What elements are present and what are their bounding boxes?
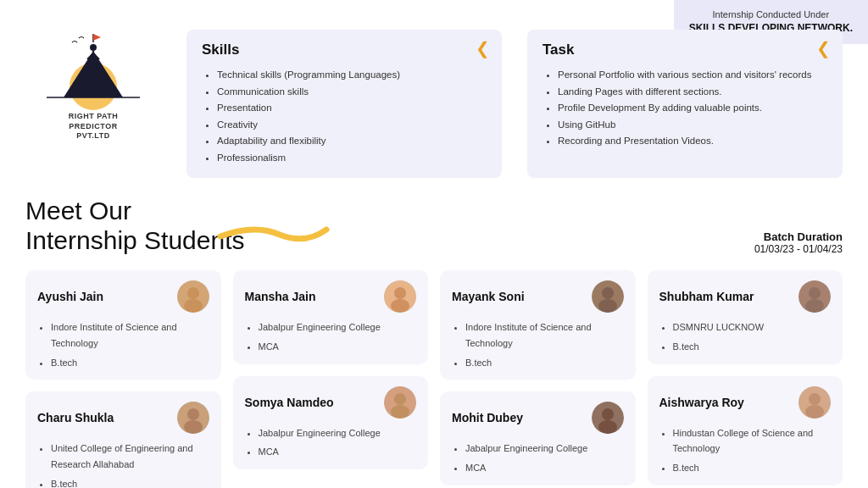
batch-info: Batch Duration 01/03/23 - 01/04/23 [754,230,843,255]
meet-title-line2: Internship Students [25,226,843,256]
svg-point-34 [805,405,824,419]
skills-title: Skills [202,42,487,58]
degree-item: B.tech [465,355,624,371]
student-card-mansha: Mansha Jain Jabalpur Engineering College… [233,270,429,363]
college-item: Indore Institute of Science and Technolo… [465,319,624,351]
student-name: Charu Shukla [37,411,114,424]
card-header: Shubham Kumar [659,280,832,313]
student-name: Mansha Jain [245,290,316,303]
student-column-2: Mansha Jain Jabalpur Engineering College… [233,270,429,488]
card-details: United College of Engineering and Resear… [37,441,209,488]
avatar [177,280,209,313]
svg-point-27 [602,408,614,420]
card-details: Jabalpur Engineering College MCA [245,425,417,460]
avatar [384,386,416,419]
logo-svg [38,25,148,110]
card-header: Mayank Soni [452,280,624,313]
avatar [592,280,624,313]
batch-label: Batch Duration [754,230,843,243]
avatar [384,280,416,313]
college-item: Indore Institute of Science and Technolo… [51,319,209,351]
student-name: Somya Namdeo [245,396,334,409]
avatar [177,402,209,434]
college-item: DSMNRU LUCKNOW [673,319,832,336]
college-item: United College of Engineering and Resear… [51,441,209,472]
student-name: Ayushi Jain [37,290,103,303]
svg-point-15 [187,408,199,420]
card-header: Ayushi Jain [37,280,209,313]
skills-task-area: Skills ❮ Technical skills (Programming L… [186,30,843,178]
skill-item: Presentation [217,100,487,117]
degree-item: MCA [259,339,417,355]
task-box: Task ❮ Personal Portfolio with various s… [527,30,843,178]
student-card-charu: Charu Shukla United College of Engineeri… [25,391,221,488]
student-column-3: Mayank Soni Indore Institute of Science … [440,270,636,488]
task-item: Profile Development By adding valuable p… [558,100,827,117]
svg-point-18 [394,287,406,299]
skill-item: Technical skills (Programming Languages) [217,67,487,84]
meet-section: Meet Our Internship Students Batch Durat… [25,197,843,255]
degree-item: B.tech [51,476,209,488]
student-column-1: Ayushi Jain Indore Institute of Science … [25,270,221,488]
student-card-somya: Somya Namdeo Jabalpur Engineering Colleg… [233,376,429,469]
college-item: Jabalpur Engineering College [259,425,417,441]
skill-item: Adaptability and flexibility [217,133,487,150]
college-item: Hindustan College of Science and Technol… [673,425,832,457]
skills-box: Skills ❮ Technical skills (Programming L… [186,30,502,178]
student-card-mayank: Mayank Soni Indore Institute of Science … [440,270,636,380]
card-details: Indore Institute of Science and Technolo… [37,319,209,370]
card-details: Indore Institute of Science and Technolo… [452,319,624,370]
svg-marker-9 [93,34,101,41]
student-name: Mayank Soni [452,290,525,303]
batch-dates: 01/03/23 - 01/04/23 [754,243,843,255]
page: Internship Conducted Under SKILLS DEVELO… [0,0,868,488]
student-column-4: Shubham Kumar DSMNRU LUCKNOW B.tech Aish… [648,270,843,488]
task-list: Personal Portfolio with various section … [542,67,827,150]
skills-list: Technical skills (Programming Languages)… [202,67,487,166]
svg-point-2 [90,44,97,51]
student-card-aishwarya: Aishwarya Roy Hindustan College of Scien… [648,376,843,485]
avatar [798,280,831,313]
degree-item: MCA [465,460,624,476]
skill-item: Professionalism [217,150,487,167]
card-details: Hindustan College of Science and Technol… [659,425,832,476]
task-item: Using GitHub [558,117,827,134]
svg-point-30 [809,287,821,299]
students-grid: Ayushi Jain Indore Institute of Science … [25,270,843,488]
student-card-ayushi: Ayushi Jain Indore Institute of Science … [25,270,221,380]
card-details: Jabalpur Engineering College MCA [245,319,417,354]
card-header: Mansha Jain [245,280,417,313]
meet-title: Meet Our Internship Students [25,197,843,255]
student-name: Shubham Kumar [659,290,754,303]
svg-point-21 [394,393,406,405]
card-header: Somya Namdeo [245,386,417,419]
task-item: Landing Pages with different sections. [558,84,827,101]
svg-point-24 [602,287,614,299]
student-name: Mohit Dubey [452,411,523,424]
task-item: Personal Portfolio with various section … [558,67,827,84]
card-details: DSMNRU LUCKNOW B.tech [659,319,832,354]
svg-point-12 [187,287,199,299]
skill-item: Communication skills [217,84,487,101]
card-header: Mohit Dubey [452,402,624,434]
degree-item: MCA [259,444,417,460]
student-card-mohit: Mohit Dubey Jabalpur Engineering College… [440,391,636,485]
degree-item: B.tech [51,355,209,371]
svg-point-33 [809,393,821,405]
college-item: Jabalpur Engineering College [465,441,624,457]
badge-line1: Internship Conducted Under [713,9,830,19]
avatar [592,402,624,434]
svg-point-31 [805,299,824,313]
task-item: Recording and Presentation Videos. [558,133,827,150]
skills-arrow: ❮ [476,38,490,58]
student-name: Aishwarya Roy [659,396,744,409]
task-arrow: ❮ [816,38,831,58]
svg-point-22 [391,405,409,419]
meet-title-line1: Meet Our [25,197,843,226]
svg-point-16 [184,420,203,434]
degree-item: B.tech [673,339,832,355]
card-header: Aishwarya Roy [659,386,832,419]
logo-text: RIGHT PATHPREDICTORPVT.LTD [69,112,119,141]
svg-point-25 [598,299,617,313]
card-header: Charu Shukla [37,402,209,434]
